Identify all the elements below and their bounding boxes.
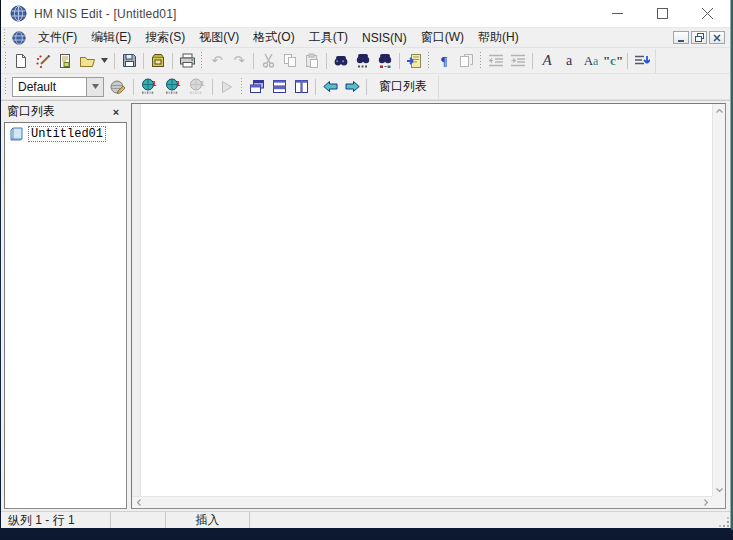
editor-gutter (132, 104, 141, 496)
maximize-icon[interactable] (640, 0, 685, 27)
new-from-template-icon[interactable] (54, 51, 76, 71)
panel-header: 窗口列表 × (4, 103, 127, 120)
toolbar-section-gripper (200, 52, 203, 70)
scroll-right-icon[interactable] (699, 497, 712, 509)
redo-icon: ↷ (228, 51, 250, 71)
menu-tools[interactable]: 工具(T) (302, 27, 355, 48)
toolbar-compile: Default 1 1 (1, 74, 730, 100)
find-icon[interactable] (330, 51, 352, 71)
compile-test-icon: 1 (185, 77, 209, 97)
window-controls (595, 0, 730, 27)
save-icon[interactable] (118, 51, 140, 71)
status-cursor-position: 纵列 1 - 行 1 (1, 512, 111, 528)
undo-icon: ↶ (206, 51, 228, 71)
menubar-gripper[interactable] (3, 29, 6, 47)
separator (172, 53, 173, 69)
compile-icon[interactable]: 1 (137, 77, 161, 97)
separator (366, 79, 367, 95)
script-wizard-icon[interactable] (32, 51, 54, 71)
separator (143, 53, 144, 69)
tile-vertical-icon[interactable] (290, 77, 312, 97)
find-replace-icon[interactable] (374, 51, 396, 71)
toolbar-main: ↶ ↷ (1, 48, 730, 74)
window-list-button[interactable]: 窗口列表 (370, 77, 436, 97)
copy-icon (279, 51, 301, 71)
separator (315, 79, 316, 95)
svg-text:1: 1 (200, 79, 205, 88)
font-icon[interactable]: A (536, 51, 558, 71)
menu-format[interactable]: 格式(O) (246, 27, 301, 48)
mdi-restore-icon[interactable] (691, 31, 707, 44)
scroll-left-icon[interactable] (132, 497, 145, 509)
menubar: 文件(F) 编辑(E) 搜索(S) 视图(V) 格式(O) 工具(T) NSIS… (1, 28, 730, 48)
print-icon[interactable] (176, 51, 198, 71)
panel-close-icon[interactable]: × (109, 105, 123, 119)
close-icon[interactable] (685, 0, 730, 27)
mdi-minimize-icon[interactable] (673, 31, 689, 44)
cut-icon (257, 51, 279, 71)
editor (131, 103, 726, 509)
indent-icon (507, 51, 529, 71)
status-insert-mode: 插入 (166, 512, 250, 528)
scroll-up-icon[interactable] (713, 104, 726, 117)
mdi-close-icon[interactable] (709, 31, 725, 44)
combo-dropdown-icon[interactable] (86, 78, 103, 96)
unindent-icon (485, 51, 507, 71)
separator (212, 79, 213, 95)
lowercase-icon[interactable]: a (558, 51, 580, 71)
open-dropdown-icon[interactable] (98, 51, 111, 71)
separator (133, 79, 134, 95)
scroll-down-icon[interactable] (713, 483, 726, 496)
list-item[interactable]: Untitled01 (5, 123, 126, 144)
menu-help[interactable]: 帮助(H) (471, 27, 526, 48)
paragraph-marks-icon[interactable]: ¶ (433, 51, 455, 71)
cascade-windows-icon[interactable] (246, 77, 268, 97)
navigate-forward-icon[interactable] (341, 77, 363, 97)
main-area: 窗口列表 × Untitled01 (1, 100, 730, 511)
menu-nsis[interactable]: NSIS(N) (355, 29, 414, 47)
navigate-back-icon[interactable] (319, 77, 341, 97)
resize-grip[interactable] (716, 512, 730, 528)
syntax-combo[interactable]: Default (12, 77, 104, 97)
status-modified (111, 512, 166, 528)
toolbar-main-gripper[interactable] (4, 52, 7, 70)
titlebar[interactable]: HM NIS Edit - [Untitled01] (1, 0, 730, 28)
mdi-document-icon[interactable] (12, 31, 26, 45)
menu-edit[interactable]: 编辑(E) (84, 27, 138, 48)
compile-run-icon[interactable]: 1 (161, 77, 185, 97)
horizontal-scrollbar[interactable] (132, 496, 712, 508)
list-item-label: Untitled01 (28, 126, 106, 142)
menu-file[interactable]: 文件(F) (31, 27, 84, 48)
editor-surface[interactable] (142, 104, 712, 496)
separator (114, 53, 115, 69)
vertical-scrollbar[interactable] (712, 104, 725, 496)
open-icon[interactable] (76, 51, 98, 71)
menu-window[interactable]: 窗口(W) (414, 27, 471, 48)
insert-template-icon[interactable] (631, 51, 653, 71)
toolbar-compile-gripper[interactable] (4, 78, 7, 96)
statusbar: 纵列 1 - 行 1 插入 (1, 511, 730, 528)
find-next-icon[interactable] (352, 51, 374, 71)
status-message (250, 512, 716, 528)
separator (627, 53, 628, 69)
toolbar-section-gripper (479, 52, 482, 70)
scrollbar-corner (712, 496, 725, 508)
compiler-settings-icon[interactable] (104, 77, 130, 97)
minimize-icon[interactable] (595, 0, 640, 27)
save-all-icon[interactable] (147, 51, 169, 71)
app-window: HM NIS Edit - [Untitled01] 文件(F) 编辑(E) 搜… (1, 0, 731, 528)
window-list-panel: 窗口列表 × Untitled01 (4, 103, 127, 509)
menu-search[interactable]: 搜索(S) (138, 27, 192, 48)
quotes-icon[interactable]: "c" (602, 51, 624, 71)
menu-view[interactable]: 视图(V) (192, 27, 246, 48)
document-icon (9, 127, 24, 141)
new-file-icon[interactable] (10, 51, 32, 71)
toolbar-section-gripper (427, 52, 430, 70)
change-case-icon[interactable]: Aa (580, 51, 602, 71)
svg-text:1: 1 (176, 79, 181, 88)
tile-horizontal-icon[interactable] (268, 77, 290, 97)
goto-line-icon[interactable] (403, 51, 425, 71)
separator (399, 53, 400, 69)
window-list[interactable]: Untitled01 (4, 122, 127, 509)
window-title: HM NIS Edit - [Untitled01] (34, 7, 177, 21)
